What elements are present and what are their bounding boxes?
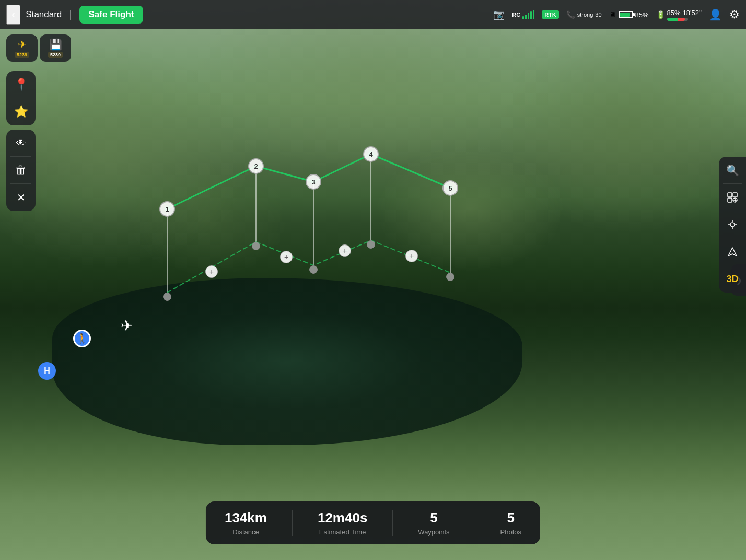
map-settings-icon bbox=[727, 192, 738, 203]
ground-pin-5 bbox=[446, 273, 454, 281]
safe-flight-button[interactable]: Safe Flight bbox=[79, 6, 144, 24]
waypoints-stat: 5 Waypoints bbox=[418, 510, 449, 536]
navigate-icon bbox=[727, 247, 738, 257]
battery-icon-label: 🔋 bbox=[656, 10, 665, 19]
view-toggle-button[interactable]: 👁 bbox=[6, 130, 36, 157]
rc-label: RC bbox=[512, 11, 520, 18]
location-pin-button[interactable]: 📍 bbox=[6, 71, 36, 98]
status-bar: ‹ Standard | Safe Flight 📷 RC RTK 📞 st bbox=[0, 0, 746, 29]
stat-divider-2 bbox=[392, 510, 393, 536]
signal-number: 30 bbox=[595, 11, 601, 18]
map-settings-button[interactable] bbox=[719, 184, 746, 211]
main-battery-group: 🔋 85% 18'52'' bbox=[656, 9, 702, 21]
ground-pin-3 bbox=[309, 265, 318, 274]
image-tx-battery-icon bbox=[619, 11, 633, 18]
flight-icon: ✈ bbox=[18, 38, 27, 51]
image-tx-pct: 85% bbox=[635, 11, 649, 19]
recenter-button[interactable] bbox=[719, 211, 746, 238]
photos-value: 5 bbox=[507, 510, 515, 526]
waypoint-4[interactable]: 4 bbox=[363, 146, 379, 162]
add-point-3[interactable]: + bbox=[339, 244, 351, 257]
home-marker: H bbox=[38, 362, 56, 380]
phone-signal-group: 📞 strong 30 bbox=[566, 10, 602, 19]
person-status-icon: 👤 bbox=[709, 8, 722, 21]
waypoint-3[interactable]: 3 bbox=[306, 174, 321, 190]
back-button[interactable]: ‹ bbox=[6, 5, 20, 25]
settings-icon[interactable]: ⚙ bbox=[729, 8, 740, 21]
search-button[interactable]: 🔍 bbox=[719, 157, 746, 184]
camera-icon: 📷 bbox=[493, 9, 505, 20]
signal-strength-label: strong bbox=[577, 11, 593, 18]
rc-signal-group: RC bbox=[512, 10, 534, 19]
left-toolbar: 📍 ⭐ 👁 🗑 ✕ bbox=[6, 71, 36, 211]
battery-pct: 85% bbox=[667, 9, 681, 17]
time-value: 12m40s bbox=[318, 510, 367, 526]
time-label: Estimated Time bbox=[319, 528, 366, 536]
save-tab-badge: 5239 bbox=[48, 52, 63, 58]
photos-stat: 5 Photos bbox=[500, 510, 521, 536]
divider: | bbox=[69, 9, 72, 21]
phone-icon: 📞 bbox=[566, 10, 575, 19]
waypoint-1[interactable]: 1 bbox=[159, 201, 175, 217]
waypoints-label: Waypoints bbox=[418, 528, 449, 536]
right-tools-group: 🔍 3D bbox=[719, 157, 746, 293]
ground-pin-4 bbox=[367, 240, 375, 249]
camera-icon-group: 📷 bbox=[493, 9, 505, 20]
svg-marker-21 bbox=[728, 248, 737, 256]
ground-pin-1 bbox=[163, 293, 171, 301]
top-left-tabs: ✈ 5239 💾 5239 bbox=[6, 34, 71, 62]
status-icons: 📷 RC RTK 📞 strong 30 🖥 bbox=[493, 8, 740, 21]
svg-rect-12 bbox=[728, 198, 732, 202]
person-status-group: 👤 bbox=[709, 8, 722, 21]
time-remaining: 18'52'' bbox=[683, 9, 702, 17]
bottom-stats-bar: 134km Distance 12m40s Estimated Time 5 W… bbox=[206, 501, 540, 544]
lake bbox=[52, 278, 522, 445]
map-tools-group: 📍 ⭐ bbox=[6, 71, 36, 125]
waypoint-2[interactable]: 2 bbox=[248, 158, 264, 174]
add-point-4[interactable]: + bbox=[405, 250, 418, 262]
settings-group[interactable]: ⚙ bbox=[729, 8, 740, 21]
delete-button[interactable]: 🗑 bbox=[6, 157, 36, 184]
battery-bar bbox=[667, 18, 688, 21]
photos-label: Photos bbox=[500, 528, 521, 536]
action-tools-group: 👁 🗑 ✕ bbox=[6, 130, 36, 211]
mode-label: Standard bbox=[26, 9, 62, 20]
svg-rect-10 bbox=[728, 193, 732, 197]
save-tab[interactable]: 💾 5239 bbox=[40, 34, 71, 62]
waypoints-value: 5 bbox=[430, 510, 437, 526]
right-toolbar: 🔍 3D bbox=[719, 157, 746, 297]
cancel-button[interactable]: ✕ bbox=[6, 184, 36, 211]
image-tx-icon: 🖥 bbox=[609, 10, 616, 19]
rtk-group: RTK bbox=[542, 10, 559, 19]
distance-stat: 134km Distance bbox=[225, 510, 267, 536]
recenter-icon bbox=[727, 219, 738, 230]
svg-point-16 bbox=[730, 223, 735, 227]
waypoint-5[interactable]: 5 bbox=[442, 180, 458, 196]
svg-rect-11 bbox=[733, 193, 737, 197]
navigate-button[interactable] bbox=[719, 238, 746, 265]
stat-divider-1 bbox=[292, 510, 293, 536]
person-marker: 🚶 bbox=[73, 330, 91, 347]
save-icon: 💾 bbox=[49, 38, 62, 51]
terrain-overlay bbox=[0, 0, 746, 560]
favorite-button[interactable]: ⭐ bbox=[6, 98, 36, 125]
rc-signal-bars bbox=[522, 10, 534, 19]
time-stat: 12m40s Estimated Time bbox=[318, 510, 367, 536]
distance-value: 134km bbox=[225, 510, 267, 526]
flight-tab[interactable]: ✈ 5239 bbox=[6, 34, 38, 62]
add-point-1[interactable]: + bbox=[205, 265, 218, 278]
image-transmission-group: 🖥 85% bbox=[609, 10, 649, 19]
rtk-badge: RTK bbox=[542, 10, 559, 19]
flight-tab-badge: 5239 bbox=[15, 52, 29, 58]
distance-label: Distance bbox=[232, 528, 259, 536]
ground-pin-2 bbox=[252, 242, 260, 250]
drone-icon: ✈ bbox=[121, 317, 133, 334]
stat-divider-3 bbox=[475, 510, 475, 536]
3d-button[interactable]: 3D bbox=[719, 265, 746, 293]
add-point-2[interactable]: + bbox=[280, 251, 293, 263]
